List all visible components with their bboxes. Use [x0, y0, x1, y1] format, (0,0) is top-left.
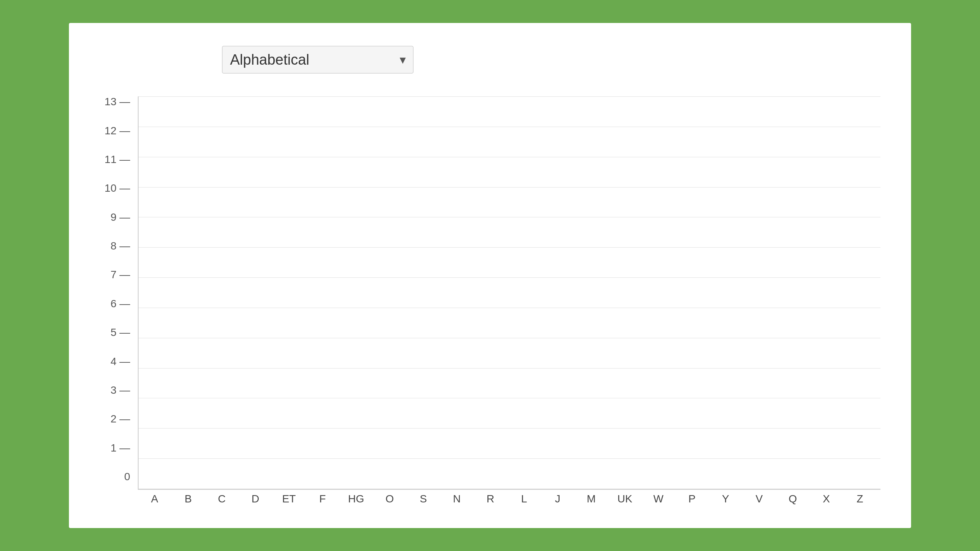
- y-tick: 11 —: [100, 154, 130, 165]
- grid-lines: [139, 96, 880, 489]
- x-label: R: [474, 490, 507, 505]
- y-tick: 7 —: [100, 269, 130, 280]
- chart-inner: ABCDETFHGOSNRLJMUKWPYVQXZ: [138, 96, 880, 505]
- grid-line: [139, 247, 880, 248]
- x-label: HG: [339, 490, 373, 505]
- chart-area: 01 —2 —3 —4 —5 —6 —7 —8 —9 —10 —11 —12 —…: [100, 96, 880, 505]
- y-tick: 2 —: [100, 414, 130, 424]
- grid-line: [139, 96, 880, 97]
- x-label: X: [810, 490, 843, 505]
- x-label: Y: [709, 490, 742, 505]
- x-labels: ABCDETFHGOSNRLJMUKWPYVQXZ: [138, 490, 880, 505]
- x-label: ET: [272, 490, 306, 505]
- x-label: D: [238, 490, 272, 505]
- y-tick: 4 —: [100, 356, 130, 367]
- main-panel: AlphabeticalBy frequencyReverse alphabet…: [69, 23, 911, 528]
- y-axis: 01 —2 —3 —4 —5 —6 —7 —8 —9 —10 —11 —12 —…: [100, 96, 138, 505]
- x-label: L: [507, 490, 541, 505]
- x-label: J: [541, 490, 575, 505]
- x-label: V: [742, 490, 776, 505]
- grid-line: [139, 157, 880, 157]
- y-tick: 9 —: [100, 212, 130, 223]
- grid-line: [139, 217, 880, 217]
- x-label: M: [575, 490, 608, 505]
- order-select-wrapper[interactable]: AlphabeticalBy frequencyReverse alphabet…: [222, 46, 413, 73]
- y-tick: 1 —: [100, 443, 130, 453]
- grid-line: [139, 308, 880, 308]
- y-tick: 12 —: [100, 126, 130, 136]
- bars-container: [138, 96, 880, 490]
- x-label: P: [675, 490, 709, 505]
- y-tick: 10 —: [100, 183, 130, 194]
- header-row: AlphabeticalBy frequencyReverse alphabet…: [100, 46, 880, 73]
- x-label: W: [642, 490, 675, 505]
- y-tick: 5 —: [100, 327, 130, 338]
- grid-line: [139, 368, 880, 368]
- y-tick: 3 —: [100, 385, 130, 396]
- grid-line: [139, 489, 880, 489]
- x-label: S: [407, 490, 440, 505]
- grid-line: [139, 187, 880, 187]
- grid-line: [139, 338, 880, 338]
- x-label: B: [172, 490, 205, 505]
- y-tick: 6 —: [100, 298, 130, 309]
- x-label: A: [138, 490, 172, 505]
- y-tick: 13 —: [100, 96, 130, 107]
- x-label: F: [306, 490, 340, 505]
- x-label: Z: [843, 490, 877, 505]
- x-label: O: [373, 490, 407, 505]
- grid-line: [139, 127, 880, 127]
- x-label: UK: [608, 490, 642, 505]
- x-label: C: [205, 490, 238, 505]
- x-label: N: [440, 490, 474, 505]
- y-tick: 8 —: [100, 241, 130, 251]
- x-label: Q: [776, 490, 810, 505]
- grid-line: [139, 277, 880, 278]
- order-select[interactable]: AlphabeticalBy frequencyReverse alphabet…: [222, 46, 413, 73]
- grid-line: [139, 458, 880, 459]
- grid-line: [139, 428, 880, 429]
- grid-line: [139, 398, 880, 398]
- y-tick: 0: [100, 471, 130, 482]
